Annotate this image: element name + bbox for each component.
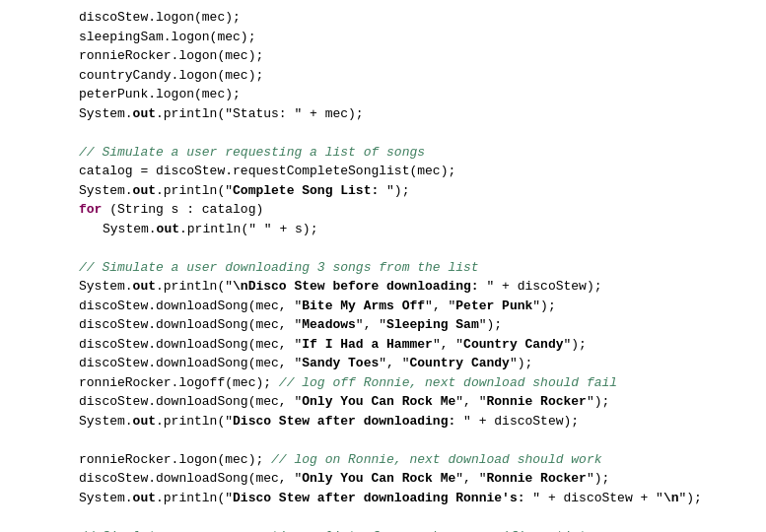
code-token: discoStew.downloadSong(mec, " — [79, 337, 302, 352]
code-token: out — [133, 414, 156, 429]
code-token: discoStew.downloadSong(mec, " — [79, 471, 302, 486]
code-token: System. — [79, 491, 133, 505]
code-line: discoStew.downloadSong(mec, "Only You Ca… — [0, 469, 766, 489]
code-line: // Simulate a user downloading 3 songs f… — [0, 258, 766, 278]
code-line: catalog = discoStew.requestCompleteSongl… — [0, 162, 766, 181]
code-token: .println("Status: " + mec); — [156, 106, 364, 121]
code-token: Country Candy — [409, 356, 509, 370]
code-token: "); — [386, 183, 409, 198]
code-line: discoStew.downloadSong(mec, "Meadows", "… — [0, 315, 766, 335]
code-token: "); — [564, 337, 587, 352]
code-line — [0, 123, 766, 143]
code-token: ", " — [455, 394, 486, 409]
code-token: Disco Stew after downloading: — [233, 414, 463, 429]
code-content: discoStew.logon(mec);sleepingSam.logon(m… — [0, 8, 766, 532]
code-token: System. — [79, 414, 133, 429]
code-token: out — [157, 222, 179, 236]
code-token: ronnieRocker.logon(mec); — [79, 48, 263, 63]
code-token: Country Candy — [463, 337, 563, 352]
code-token: ", " — [356, 317, 386, 332]
code-token: .println(" — [156, 491, 233, 505]
code-line: ronnieRocker.logon(mec); — [0, 46, 766, 66]
code-token: discoStew.downloadSong(mec, " — [79, 394, 302, 409]
code-token: "); — [587, 394, 609, 409]
code-line — [0, 507, 766, 527]
code-token: ", " — [379, 356, 409, 370]
code-token: (String s : catalog) — [102, 202, 263, 217]
code-token: " + discoStew); — [486, 279, 601, 294]
code-token: discoStew.downloadSong(mec, " — [79, 317, 302, 332]
code-token: \nDisco Stew before downloading: — [233, 279, 486, 294]
code-line: System.out.println("\nDisco Stew before … — [0, 277, 766, 297]
code-line: ronnieRocker.logoff(mec); // log off Ron… — [0, 373, 766, 393]
code-token: Sleeping Sam — [386, 317, 479, 332]
code-token: Only You Can Rock Me — [302, 394, 455, 409]
code-token: ", " — [433, 337, 463, 352]
code-token: Complete Song List: — [233, 183, 386, 198]
code-token: out — [133, 491, 156, 505]
code-token: System. — [79, 106, 133, 121]
code-token: System. — [79, 279, 133, 294]
code-token: // Simulate a user requesting a list of … — [79, 529, 587, 533]
code-token: ", " — [425, 299, 455, 313]
code-token: ronnieRocker.logon(mec); — [79, 452, 271, 467]
code-token: discoStew.downloadSong(mec, " — [79, 356, 302, 370]
code-line: discoStew.downloadSong(mec, "If I Had a … — [0, 335, 766, 355]
code-line: System.out.println(" " + s); — [0, 220, 766, 239]
code-line: peterPunk.logon(mec); — [0, 85, 766, 104]
code-token: catalog = discoStew.requestCompleteSongl… — [79, 164, 455, 178]
code-editor: discoStew.logon(mec);sleepingSam.logon(m… — [0, 0, 766, 532]
code-token: countryCandy.logon(mec); — [79, 68, 263, 83]
code-token: Ronnie Rocker — [487, 471, 587, 486]
code-token: .println(" — [156, 414, 233, 429]
code-token: .println(" " + s); — [179, 222, 317, 236]
code-line: // Simulate a user requesting a list of … — [0, 143, 766, 163]
code-token: Meadows — [302, 317, 356, 332]
code-token: // Simulate a user requesting a list of … — [79, 145, 425, 160]
code-token: .println(" — [156, 183, 233, 198]
code-token: // log off Ronnie, next download should … — [279, 375, 617, 390]
code-token: sleepingSam.logon(mec); — [79, 30, 255, 44]
code-token: "); — [587, 471, 609, 486]
code-line: System.out.println("Complete Song List: … — [0, 181, 766, 201]
code-token: "); — [532, 299, 555, 313]
code-line: for (String s : catalog) — [0, 200, 766, 220]
code-line: countryCandy.logon(mec); — [0, 66, 766, 86]
code-line: discoStew.downloadSong(mec, "Bite My Arm… — [0, 297, 766, 316]
code-line: System.out.println("Status: " + mec); — [0, 104, 766, 124]
code-line: discoStew.downloadSong(mec, "Sandy Toes"… — [0, 354, 766, 373]
code-token: discoStew.logon(mec); — [79, 10, 241, 25]
code-line — [0, 238, 766, 258]
code-token: Only You Can Rock Me — [302, 471, 455, 486]
code-line: sleepingSam.logon(mec); — [0, 28, 766, 47]
code-token: for — [79, 202, 102, 217]
code-token: out — [133, 106, 156, 121]
code-token: discoStew.downloadSong(mec, " — [79, 299, 302, 313]
code-token: out — [133, 183, 156, 198]
code-token: System. — [79, 183, 133, 198]
code-token: out — [133, 279, 156, 294]
code-line: ronnieRocker.logon(mec); // log on Ronni… — [0, 450, 766, 470]
code-token: " + discoStew); — [463, 414, 579, 429]
code-line: System.out.println("Disco Stew after dow… — [0, 489, 766, 508]
code-token: "); — [679, 491, 702, 505]
code-line: System.out.println("Disco Stew after dow… — [0, 412, 766, 432]
code-token: // log on Ronnie, next download should w… — [271, 452, 601, 467]
code-token: Ronnie Rocker — [487, 394, 587, 409]
code-token: ", " — [455, 471, 486, 486]
code-line: discoStew.logon(mec); — [0, 8, 766, 28]
code-line: discoStew.downloadSong(mec, "Only You Ca… — [0, 392, 766, 412]
code-token: "); — [479, 317, 502, 332]
code-token: Sandy Toes — [302, 356, 379, 370]
code-token: \n — [663, 491, 679, 505]
code-line — [0, 431, 766, 450]
code-token: System. — [103, 222, 157, 236]
code-token: // Simulate a user downloading 3 songs f… — [79, 260, 479, 275]
code-token: Bite My Arms Off — [302, 299, 425, 313]
code-line: // Simulate a user requesting a list of … — [0, 527, 766, 533]
code-token: Peter Punk — [455, 299, 532, 313]
code-token: peterPunk.logon(mec); — [79, 87, 241, 101]
code-token: "); — [510, 356, 532, 370]
code-token: Disco Stew after downloading Ronnie's: — [233, 491, 532, 505]
code-token: If I Had a Hammer — [302, 337, 433, 352]
